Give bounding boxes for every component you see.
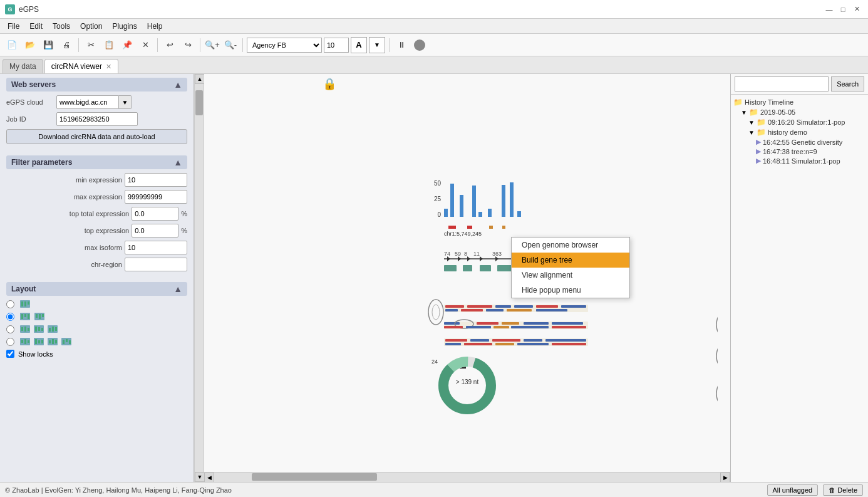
- tree-demo-item[interactable]: ▼ 📁 history demo: [748, 127, 865, 137]
- cut-button[interactable]: ✂: [83, 37, 99, 53]
- close-button[interactable]: ✕: [850, 3, 863, 16]
- font-size-input[interactable]: [324, 38, 349, 53]
- menu-tools[interactable]: Tools: [48, 21, 75, 32]
- menu-help[interactable]: Help: [142, 21, 168, 32]
- layout-header[interactable]: Layout ▲: [6, 282, 187, 296]
- hscroll-right-arrow[interactable]: ▶: [720, 473, 730, 482]
- left-chr-label: chr1:5,749,245: [444, 231, 482, 237]
- tab-circrna[interactable]: circRNA viewer ✕: [44, 59, 118, 73]
- all-unflagged-button[interactable]: All unflagged: [767, 484, 819, 496]
- new-button[interactable]: 📄: [4, 37, 20, 53]
- read-l4: [514, 305, 533, 308]
- max-isoform-input[interactable]: [125, 241, 187, 254]
- svg-rect-37: [63, 340, 65, 344]
- filter-header[interactable]: Filter parameters ▲: [6, 155, 187, 169]
- max-expr-input[interactable]: [125, 190, 187, 204]
- ctx-open-browser[interactable]: Open genome browser: [512, 238, 629, 253]
- min-expr-label: min expression: [6, 176, 122, 184]
- cloud-row: eGPS cloud ▼: [6, 95, 187, 109]
- ctx-build-tree[interactable]: Build gene tree: [512, 253, 629, 268]
- exon-block-l1: [444, 265, 457, 271]
- delete-button-statusbar[interactable]: 🗑 Delete: [823, 484, 863, 496]
- bar-l8: [510, 182, 514, 217]
- tab-circrna-close[interactable]: ✕: [106, 63, 111, 71]
- undo-button[interactable]: ↩: [162, 37, 178, 53]
- layout-radio-1[interactable]: [6, 300, 14, 308]
- layout-title: Layout: [11, 285, 36, 293]
- hscroll-left-arrow[interactable]: ◀: [204, 473, 214, 482]
- minimize-button[interactable]: —: [823, 3, 835, 16]
- menu-edit[interactable]: Edit: [24, 21, 48, 32]
- font-down-button[interactable]: ▼: [369, 37, 385, 53]
- vertical-scrollbar[interactable]: ▲ ▼: [194, 74, 204, 482]
- exon-block-l3: [480, 265, 491, 271]
- svg-rect-22: [52, 327, 54, 332]
- read2-l10: [552, 326, 586, 328]
- read2-l2: [477, 322, 499, 325]
- open-button[interactable]: 📂: [22, 37, 38, 53]
- tree-genetic-item[interactable]: ▶ 16:42:55 Genetic diversity: [756, 137, 865, 147]
- tree-n9-item[interactable]: ▶ 16:47:38 tree:n=9: [756, 147, 865, 156]
- cloud-dropdown-arrow[interactable]: ▼: [119, 95, 132, 109]
- bar-l1: [444, 209, 448, 217]
- tree-sim-expand: ▼: [748, 119, 755, 126]
- left-exon-59: 59: [455, 251, 461, 257]
- zoom-out-button[interactable]: 🔍-: [222, 37, 239, 53]
- tree-sim2-item[interactable]: ▶ 16:48:11 Simulator:1-pop: [756, 156, 865, 165]
- menu-file[interactable]: File: [3, 21, 24, 32]
- copy-button[interactable]: 📋: [101, 37, 117, 53]
- exon-arrow-3: [467, 256, 470, 261]
- web-servers-header[interactable]: Web servers ▲: [6, 78, 187, 92]
- cloud-input[interactable]: [56, 95, 119, 109]
- paste-button[interactable]: 📌: [119, 37, 135, 53]
- read-l2: [467, 305, 492, 308]
- print-button[interactable]: 🖨: [58, 37, 75, 53]
- layout-radio-2[interactable]: [6, 313, 14, 321]
- read2-l9: [511, 326, 549, 328]
- trash-icon: 🗑: [829, 486, 835, 494]
- stop-button[interactable]: [414, 39, 425, 51]
- horizontal-scrollbar: ◀ ▶: [204, 472, 730, 482]
- tree-date-item[interactable]: ▼ 📁 2019-05-05: [741, 107, 865, 117]
- web-servers-title: Web servers: [11, 80, 56, 89]
- menu-option[interactable]: Option: [75, 21, 107, 32]
- svg-rect-23: [55, 327, 57, 331]
- ctx-hide-menu[interactable]: Hide popup menu: [512, 283, 629, 298]
- svg-rect-26: [24, 339, 26, 344]
- max-isoform-row: max isoform: [6, 241, 187, 254]
- font-selector[interactable]: Agency FB: [247, 38, 322, 53]
- layout-radio-3[interactable]: [6, 325, 14, 333]
- maximize-button[interactable]: □: [837, 3, 849, 16]
- scroll-down-arrow[interactable]: ▼: [195, 472, 205, 482]
- genome-visualization: 🔒 50 25 0: [204, 74, 718, 472]
- pause-button[interactable]: ⏸: [393, 37, 410, 53]
- jobid-input[interactable]: [56, 112, 138, 126]
- scroll-thumb[interactable]: [195, 90, 203, 115]
- scroll-up-arrow[interactable]: ▲: [195, 74, 205, 84]
- layout-collapse: ▲: [173, 284, 182, 294]
- chr-region-input[interactable]: [125, 258, 187, 271]
- hscroll-thumb[interactable]: [252, 473, 377, 481]
- show-locks-checkbox[interactable]: [6, 350, 14, 358]
- delete-button[interactable]: ✕: [137, 37, 153, 53]
- save-button[interactable]: 💾: [40, 37, 56, 53]
- min-expr-input[interactable]: [125, 173, 187, 187]
- redo-button[interactable]: ↪: [180, 37, 196, 53]
- tree-sim-item[interactable]: ▼ 📁 09:16:20 Simulator:1-pop: [748, 117, 865, 127]
- svg-rect-29: [35, 339, 37, 344]
- filter-section: Filter parameters ▲ min expression max e…: [0, 152, 194, 278]
- svg-rect-2: [24, 301, 26, 306]
- zoom-in-button[interactable]: 🔍+: [204, 37, 220, 53]
- font-apply-button[interactable]: A: [351, 37, 367, 53]
- search-button[interactable]: Search: [831, 76, 864, 92]
- layout-radio-4[interactable]: [6, 338, 14, 346]
- menu-plugins[interactable]: Plugins: [107, 21, 142, 32]
- ctx-view-alignment[interactable]: View alignment: [512, 268, 629, 283]
- read3-l10: [552, 343, 586, 345]
- top-total-input[interactable]: [132, 207, 178, 221]
- tab-mydata[interactable]: My data: [3, 59, 43, 73]
- top-expr-input[interactable]: [132, 224, 178, 238]
- download-button[interactable]: Download circRNA data and auto-load: [6, 129, 187, 144]
- svg-rect-27: [28, 340, 29, 343]
- search-input[interactable]: [735, 76, 829, 92]
